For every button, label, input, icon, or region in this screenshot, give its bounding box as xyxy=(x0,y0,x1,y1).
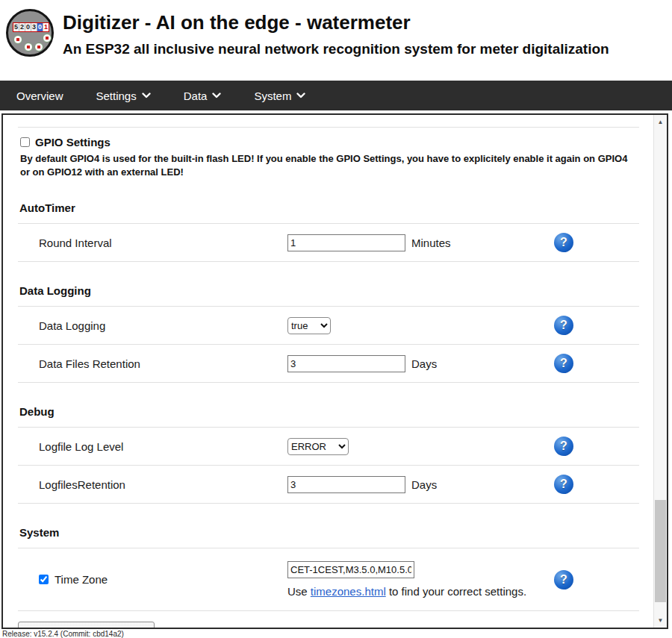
meter-digit: 5 xyxy=(13,23,19,31)
round-interval-unit: Minutes xyxy=(411,237,451,249)
help-icon[interactable]: ? xyxy=(554,233,573,252)
chevron-down-icon xyxy=(296,93,305,98)
meter-digit: 2 xyxy=(19,23,25,31)
meter-dial-icon xyxy=(13,35,22,44)
logfiles-retention-label: LogfilesRetention xyxy=(39,478,287,491)
logfiles-retention-unit: Days xyxy=(411,478,437,491)
page-title: Digitizer - AI on the edge - watermeter xyxy=(63,10,609,34)
save-button[interactable]: Save xyxy=(18,622,155,628)
title-block: Digitizer - AI on the edge - watermeter … xyxy=(63,9,609,58)
meter-digit: 3 xyxy=(31,23,37,31)
nav-item-system[interactable]: System xyxy=(254,90,305,102)
nav-item-label: System xyxy=(254,90,291,102)
chevron-down-icon xyxy=(142,93,151,98)
scrollbar-thumb[interactable] xyxy=(655,500,666,602)
page-header: 5 2 0 3 0 1 Digitizer - AI on the edge -… xyxy=(0,0,672,75)
logfile-log-level-select[interactable]: ERROR xyxy=(287,438,349,455)
gpio-settings-checkbox[interactable] xyxy=(20,137,30,147)
data-files-retention-input[interactable] xyxy=(287,355,405,372)
time-zone-checkbox[interactable] xyxy=(39,575,49,584)
section-heading-autotimer: AutoTimer xyxy=(18,179,639,224)
meter-dial-icon xyxy=(34,43,43,51)
nav-item-label: Overview xyxy=(16,90,63,102)
help-icon[interactable]: ? xyxy=(554,475,573,494)
data-files-retention-label: Data Files Retention xyxy=(39,357,287,370)
time-zone-label: Time Zone xyxy=(55,573,108,586)
help-icon[interactable]: ? xyxy=(554,437,573,456)
settings-panel: GPIO Settings By default GPIO4 is used f… xyxy=(1,113,668,629)
nav-item-label: Settings xyxy=(96,90,137,102)
meter-digit-strip: 5 2 0 3 0 1 xyxy=(13,22,49,32)
scroll-down-icon[interactable]: ▼ xyxy=(654,615,667,626)
vertical-scrollbar[interactable]: ▲ ▼ xyxy=(653,115,667,628)
scroll-up-icon[interactable]: ▲ xyxy=(654,116,667,128)
data-logging-label: Data Logging xyxy=(39,319,287,332)
round-interval-input[interactable] xyxy=(287,234,405,251)
data-files-retention-unit: Days xyxy=(411,357,437,370)
watermeter-logo-icon: 5 2 0 3 0 1 xyxy=(6,9,54,57)
help-icon[interactable]: ? xyxy=(554,354,573,373)
nav-item-overview[interactable]: Overview xyxy=(16,90,63,102)
page-subtitle: An ESP32 all inclusive neural network re… xyxy=(63,40,609,58)
nav-item-label: Data xyxy=(184,90,208,102)
help-icon[interactable]: ? xyxy=(554,316,573,335)
round-interval-label: Round Interval xyxy=(39,237,287,249)
section-heading-debug: Debug xyxy=(18,383,639,428)
row-logfiles-retention: LogfilesRetention Days ? xyxy=(18,466,639,504)
time-zone-hint: Use timezones.html to find your correct … xyxy=(287,585,526,598)
gpio-settings-block: GPIO Settings By default GPIO4 is used f… xyxy=(18,128,639,179)
nav-item-settings[interactable]: Settings xyxy=(96,90,151,102)
meter-digit: 1 xyxy=(43,23,49,31)
release-version-text: Release: v15.2.4 (Commit: cbd14a2) xyxy=(2,630,124,638)
main-navbar: Overview Settings Data System xyxy=(0,81,672,110)
row-data-files-retention: Data Files Retention Days ? xyxy=(18,345,639,383)
timezones-link[interactable]: timezones.html xyxy=(311,585,386,598)
chevron-down-icon xyxy=(212,93,221,98)
logfile-log-level-label: Logfile Log Level xyxy=(39,440,287,453)
meter-dial-icon xyxy=(43,34,52,43)
section-heading-system: System xyxy=(18,504,639,548)
meter-digit: 0 xyxy=(37,23,43,31)
row-data-logging: Data Logging true ? xyxy=(18,307,639,345)
gpio-settings-label: GPIO Settings xyxy=(35,136,111,148)
settings-scroll-area: GPIO Settings By default GPIO4 is used f… xyxy=(3,115,654,628)
row-logfile-log-level: Logfile Log Level ERROR ? xyxy=(18,428,639,466)
logfiles-retention-input[interactable] xyxy=(287,476,405,493)
meter-digit: 0 xyxy=(25,23,31,31)
nav-item-data[interactable]: Data xyxy=(184,90,222,102)
help-icon[interactable]: ? xyxy=(554,570,573,589)
data-logging-select[interactable]: true xyxy=(287,317,331,334)
section-heading-data-logging: Data Logging xyxy=(18,262,639,307)
row-round-interval: Round Interval Minutes ? xyxy=(18,224,639,262)
gpio-settings-description: By default GPIO4 is used for the built-i… xyxy=(20,152,638,179)
meter-dial-icon xyxy=(24,43,33,51)
row-time-zone: Time Zone Use timezones.html to find you… xyxy=(18,548,639,611)
time-zone-input[interactable] xyxy=(287,561,414,578)
